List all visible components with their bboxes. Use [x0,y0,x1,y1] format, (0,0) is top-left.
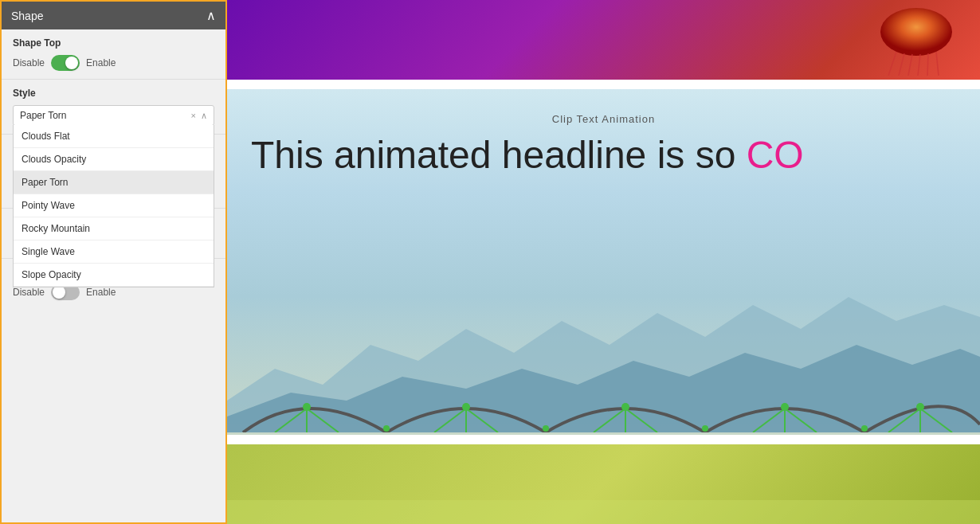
jellyfish-image [868,4,964,76]
dropdown-item-paper-torn[interactable]: Paper Torn [14,171,214,194]
svg-line-2 [899,53,904,76]
shape-top-disable-label: Disable [13,57,45,68]
svg-point-26 [916,403,924,411]
shape-top-section: Shape Top Disable Enable [2,29,225,80]
bottom-strip [227,500,980,524]
panel-collapse-icon[interactable]: ∧ [206,8,216,23]
headline-text-highlight: CO [747,134,804,176]
svg-point-29 [702,425,708,432]
style-selected-value: Paper Torn [20,110,66,121]
preview-top [227,0,980,80]
preview-area: Clip Text Animation This animated headli… [227,0,980,524]
white-gap-top [227,80,980,89]
style-select-input[interactable]: Paper Torn × ∧ [14,106,214,125]
shape-top-enable-label: Enable [86,57,116,68]
svg-line-6 [936,52,939,76]
panel-header: Shape ∧ [2,2,225,29]
white-gap-bottom [227,435,980,444]
style-collapse-icon[interactable]: ∧ [201,111,207,121]
svg-point-23 [462,403,470,411]
shape-top-toggle-row: Disable Enable [13,55,214,71]
svg-point-24 [621,403,629,411]
svg-line-5 [927,53,928,76]
shape-layers [227,273,980,435]
style-clear-icon[interactable]: × [191,111,196,120]
panel-body: Shape Top Disable Enable Style Paper Tor… [2,29,225,522]
style-select-box[interactable]: Paper Torn × ∧ Clouds Flat Clouds Opacit… [13,105,214,126]
bring-to-front-disable-label: Disable [13,287,45,298]
shape-top-label: Shape Top [13,37,214,49]
bring-to-front-enable-label: Enable [86,287,116,298]
dropdown-item-slope-opacity[interactable]: Slope Opacity [14,264,214,287]
dropdown-item-pointy-wave[interactable]: Pointy Wave [14,194,214,217]
headline-text-start: This animated headline is so [251,134,735,176]
style-dropdown: Clouds Flat Clouds Opacity Paper Torn Po… [13,125,214,287]
svg-point-30 [861,425,868,432]
dropdown-item-clouds-opacity[interactable]: Clouds Opacity [14,148,214,171]
svg-point-25 [781,403,789,411]
style-label: Style [13,88,214,99]
svg-point-0 [880,8,952,56]
shape-top-toggle-thumb [65,57,78,69]
style-section: Style Paper Torn × ∧ Clouds Flat Clouds … [2,80,225,135]
svg-point-27 [383,425,390,432]
style-select-actions: × ∧ [191,111,207,121]
preview-bottom [227,444,980,524]
svg-point-22 [303,403,311,411]
shape-panel: Shape ∧ Shape Top Disable Enable Style P… [0,0,227,524]
bring-to-front-toggle-thumb [53,286,65,299]
shape-top-toggle[interactable] [51,55,80,71]
svg-line-4 [918,54,920,76]
dropdown-item-single-wave[interactable]: Single Wave [14,240,214,264]
clip-text-label: Clip Text Animation [227,89,980,125]
svg-point-28 [543,425,549,432]
animated-headline: This animated headline is so CO [227,125,980,185]
preview-main: Clip Text Animation This animated headli… [227,89,980,435]
dropdown-item-clouds-flat[interactable]: Clouds Flat [14,125,214,148]
panel-title: Shape [11,10,43,22]
shape-top-toggle-track [51,55,80,71]
svg-line-1 [888,52,896,76]
wave-svg [227,273,980,432]
svg-line-3 [908,54,912,76]
dropdown-item-rocky-mountain[interactable]: Rocky Mountain [14,217,214,240]
